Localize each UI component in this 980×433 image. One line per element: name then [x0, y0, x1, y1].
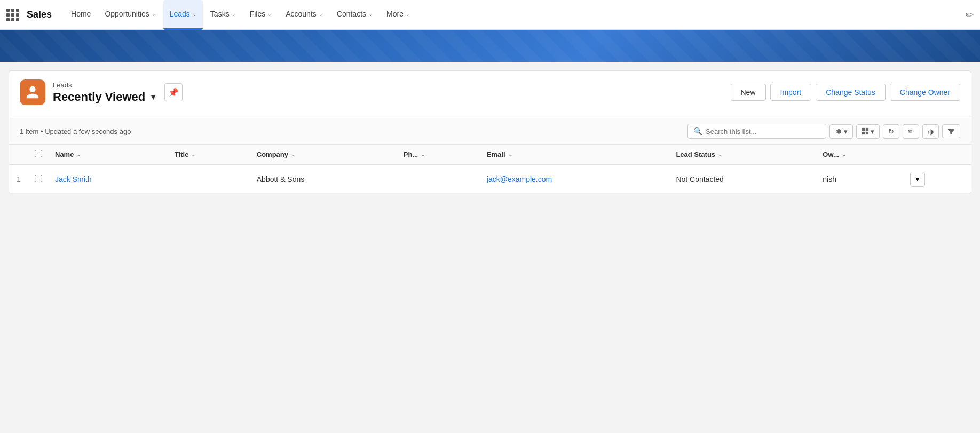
cell-company: Abbott & Sons — [250, 165, 397, 194]
column-layout-button[interactable]: ▾ — [856, 124, 880, 139]
settings-button[interactable]: ▾ — [829, 124, 853, 139]
nav-item-contacts[interactable]: Contacts⌄ — [330, 0, 379, 30]
col-label-title: Title — [175, 150, 189, 158]
pin-button[interactable]: 📌 — [164, 83, 183, 101]
leads-icon — [20, 79, 45, 105]
col-label-lead_status: Lead Status — [676, 150, 715, 158]
col-label-email: Email — [487, 150, 505, 158]
nav-label-accounts: Accounts — [286, 10, 317, 18]
page-title-label: Leads — [53, 81, 157, 89]
card-title-section: Leads Recently Viewed ▼ 📌 — [20, 79, 183, 105]
col-header-actions — [904, 145, 971, 165]
nav-label-files: Files — [250, 10, 266, 18]
app-grid-icon[interactable] — [6, 9, 19, 21]
search-box: 🔍 — [687, 124, 826, 139]
edit-list-button[interactable]: ✏ — [903, 124, 919, 139]
gear-icon — [835, 127, 842, 135]
lead-name-link[interactable]: Jack Smith — [55, 175, 91, 183]
svg-rect-3 — [866, 132, 868, 134]
nav-items: HomeOpportunities⌄Leads⌄Tasks⌄Files⌄Acco… — [65, 0, 966, 30]
cell-owner: nish — [816, 165, 904, 194]
nav-item-leads[interactable]: Leads⌄ — [163, 0, 203, 30]
title-dropdown-icon[interactable]: ▼ — [149, 93, 157, 101]
col-row-num — [9, 145, 28, 165]
col-label-phone: Ph... — [404, 150, 418, 158]
select-all-checkbox[interactable] — [35, 150, 42, 157]
nav-item-files[interactable]: Files⌄ — [243, 0, 279, 30]
title-text-group: Leads Recently Viewed ▼ — [53, 81, 157, 104]
col-label-company: Company — [257, 150, 288, 158]
cell-row-action: ▼ — [904, 165, 971, 194]
svg-rect-0 — [862, 128, 865, 131]
nav-chevron-accounts: ⌄ — [319, 11, 323, 17]
col-header-phone: Ph...⌄ — [397, 145, 480, 165]
col-header-company: Company⌄ — [250, 145, 397, 165]
nav-chevron-leads: ⌄ — [192, 11, 196, 17]
col-header-email: Email⌄ — [480, 145, 670, 165]
sort-icon-owner[interactable]: ⌄ — [842, 151, 846, 157]
nav-item-accounts[interactable]: Accounts⌄ — [279, 0, 329, 30]
search-icon: 🔍 — [693, 127, 702, 135]
sort-icon-company[interactable]: ⌄ — [291, 151, 295, 157]
app-brand: Sales — [27, 9, 52, 20]
sort-icon-lead_status[interactable]: ⌄ — [718, 151, 722, 157]
list-title: Recently Viewed — [53, 90, 145, 104]
search-input[interactable] — [706, 127, 820, 135]
leads-svg-icon — [25, 85, 40, 100]
sort-icon-title[interactable]: ⌄ — [191, 151, 195, 157]
import-button[interactable]: Import — [770, 84, 812, 101]
table-icon — [862, 127, 869, 135]
change-status-button[interactable]: Change Status — [816, 84, 886, 101]
col-header-owner: Ow...⌄ — [816, 145, 904, 165]
col-label-name: Name — [55, 150, 74, 158]
cell-email: jack@example.com — [480, 165, 670, 194]
top-navigation: Sales HomeOpportunities⌄Leads⌄Tasks⌄File… — [0, 0, 980, 30]
card-subheader: 1 item • Updated a few seconds ago 🔍 ▾ ▾… — [9, 118, 971, 145]
refresh-button[interactable]: ↻ — [883, 124, 899, 139]
change-owner-button[interactable]: Change Owner — [890, 84, 960, 101]
lead-email-link[interactable]: jack@example.com — [487, 175, 552, 183]
nav-label-opportunities: Opportunities — [105, 10, 149, 18]
filter-button[interactable] — [942, 124, 960, 138]
new-button[interactable]: New — [731, 84, 766, 101]
row-number: 1 — [9, 165, 28, 194]
sort-icon-phone[interactable]: ⌄ — [421, 151, 425, 157]
col-checkbox — [28, 145, 49, 165]
row-action-button[interactable]: ▼ — [910, 172, 925, 187]
nav-label-more: More — [386, 10, 404, 18]
cell-phone — [397, 165, 480, 194]
nav-chevron-files: ⌄ — [267, 11, 272, 17]
edit-icon[interactable]: ✏ — [966, 9, 974, 21]
table-header-row: Name⌄Title⌄Company⌄Ph...⌄Email⌄Lead Stat… — [9, 145, 971, 165]
chart-button[interactable]: ◑ — [922, 124, 939, 139]
sort-icon-name[interactable]: ⌄ — [76, 151, 81, 157]
col-header-lead_status: Lead Status⌄ — [669, 145, 816, 165]
tools-section: 🔍 ▾ ▾ ↻ ✏ ◑ — [687, 124, 960, 139]
nav-label-home: Home — [71, 10, 91, 18]
row-checkbox[interactable] — [35, 175, 42, 182]
svg-rect-2 — [862, 132, 865, 134]
title-main: Recently Viewed ▼ — [53, 90, 157, 104]
table-row: 1 Jack Smith Abbott & Sons jack@example.… — [9, 165, 971, 194]
table-body: 1 Jack Smith Abbott & Sons jack@example.… — [9, 165, 971, 194]
cell-title — [168, 165, 250, 194]
hero-banner — [0, 30, 980, 62]
nav-item-more[interactable]: More⌄ — [380, 0, 416, 30]
nav-item-opportunities[interactable]: Opportunities⌄ — [98, 0, 162, 30]
action-buttons: NewImportChange StatusChange Owner — [731, 84, 961, 101]
nav-chevron-opportunities: ⌄ — [152, 11, 156, 17]
cell-lead-status: Not Contacted — [669, 165, 816, 194]
filter-icon — [947, 127, 955, 135]
col-header-title: Title⌄ — [168, 145, 250, 165]
row-checkbox-cell — [28, 165, 49, 194]
nav-label-tasks: Tasks — [210, 10, 230, 18]
nav-item-tasks[interactable]: Tasks⌄ — [204, 0, 242, 30]
cell-name: Jack Smith — [49, 165, 168, 194]
sort-icon-email[interactable]: ⌄ — [508, 151, 512, 157]
card-header: Leads Recently Viewed ▼ 📌 NewImportChang… — [9, 71, 971, 118]
col-label-owner: Ow... — [823, 150, 839, 158]
nav-item-home[interactable]: Home — [65, 0, 97, 30]
nav-chevron-contacts: ⌄ — [368, 11, 373, 17]
nav-label-leads: Leads — [170, 10, 190, 18]
col-header-name: Name⌄ — [49, 145, 168, 165]
